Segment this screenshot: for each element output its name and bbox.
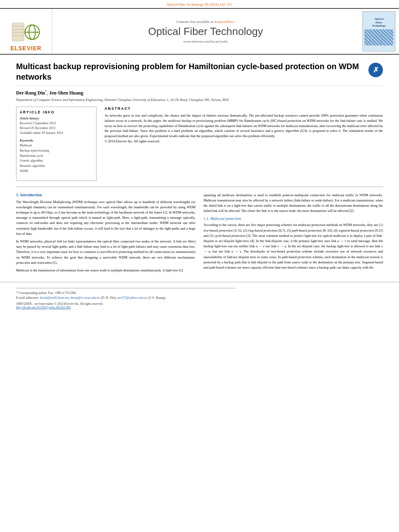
body-right-col: spanning all multicast destinations is u… <box>204 193 383 275</box>
issn-line: 1068-5200/$ – see front matter © 2014 El… <box>16 302 103 306</box>
article-info-box: ARTICLE INFO Article history: Received 2… <box>16 107 97 181</box>
keyword-2: Backup reprovisioning <box>20 148 93 154</box>
subsection-1-1: 1.1. Multicast protection <box>204 217 383 221</box>
svg-rect-1 <box>12 23 24 41</box>
article-title-section: Multicast backup reprovisioning problem … <box>16 61 383 86</box>
footnote-corresponding: * Corresponding author. Fax: +886 4 7211… <box>16 291 383 296</box>
authors-line: Der-Rong Din*, Jen-Shen Huang <box>16 90 383 96</box>
abstract-col: ABSTRACT As networks grow in size and co… <box>105 107 383 181</box>
journal-main-title: Optical Fiber Technology <box>148 25 263 38</box>
footer-bottom: 1068-5200/$ – see front matter © 2014 El… <box>16 302 383 309</box>
doi-link[interactable]: http://dx.doi.org/10.1016/j.yofte.2014.0… <box>16 306 71 309</box>
email-author2: (J.-S. Huang). <box>147 296 166 300</box>
cover-pattern <box>364 29 393 45</box>
article-info-col: ARTICLE INFO Article history: Received 2… <box>16 107 97 181</box>
abstract-copyright: © 2014 Elsevier Inc. All rights reserved… <box>105 139 160 143</box>
history-subsection: Article history: Received 2 September 20… <box>20 117 93 136</box>
revised-date: Revised 26 December 2013 <box>20 126 93 131</box>
journal-cover-image: OpticalFiberTechnology <box>362 11 395 51</box>
sciencedirect-line: Contents lists available at ScienceDirec… <box>177 20 235 24</box>
keyword-list: Multicast Backup reprovisioning Hamilton… <box>20 143 93 174</box>
email-label: E-mail addresses: <box>16 296 40 300</box>
available-date: Available online 29 January 2014 <box>20 131 93 136</box>
affiliation: Department of Computer Science and Infor… <box>16 98 383 102</box>
footer-divider <box>16 288 236 288</box>
elsevier-label: ELSEVIER <box>10 45 41 51</box>
keywords-label: Keywords: <box>20 139 93 142</box>
email-link-1[interactable]: deron@ms45.hinet.net <box>40 296 69 300</box>
author1-name: Der-Rong Din <box>16 90 45 96</box>
crossmark-icon: ✗ <box>368 63 383 77</box>
email-author1: (D.-R. Din), <box>100 296 117 300</box>
history-label: Article history: <box>20 117 93 120</box>
author1-sup: * <box>45 90 47 93</box>
body-left-col: 1. Introduction The Wavelength Division … <box>16 193 195 275</box>
journal-header: ELSEVIER Contents lists available at Sci… <box>0 8 399 55</box>
article-info-title: ARTICLE INFO <box>20 110 93 114</box>
intro-para1: The Wavelength Division Multiplexing (WD… <box>16 199 195 236</box>
cover-title: OpticalFiberTechnology <box>372 17 386 27</box>
article-container: Multicast backup reprovisioning problem … <box>0 55 399 282</box>
intro-heading: 1. Introduction <box>16 193 195 197</box>
journal-cover-area: OpticalFiberTechnology <box>359 9 399 54</box>
journal-topbar: Optical Fiber Technology 20 (2014) 142–1… <box>0 0 399 8</box>
issn-info: 1068-5200/$ – see front matter © 2014 El… <box>16 302 103 309</box>
keyword-3: Hamiltonian cycle <box>20 154 93 159</box>
right-para1: spanning all multicast destinations is u… <box>204 193 383 214</box>
abstract-title: ABSTRACT <box>105 107 383 111</box>
keyword-6: WDM <box>20 169 93 174</box>
abstract-italic-2: generic algorithm (GA) <box>274 129 307 133</box>
author2-name: Jen-Shen Huang <box>49 90 83 96</box>
journal-title-area: Contents lists available at ScienceDirec… <box>52 9 359 54</box>
keywords-subsection: Keywords: Multicast Backup reprovisionin… <box>20 139 93 174</box>
keyword-5: Heuristic algorithm <box>20 164 93 169</box>
publisher-logo-area: ELSEVIER <box>0 9 52 54</box>
elsevier-logo: ELSEVIER <box>10 22 42 51</box>
footer-area: * Corresponding author. Fax: +886 4 7211… <box>0 282 399 312</box>
article-info-abstract-section: ARTICLE INFO Article history: Received 2… <box>16 107 383 181</box>
email-link-2[interactable]: deron@cc.ncue.edu.tw <box>70 296 100 300</box>
body-two-col: 1. Introduction The Wavelength Division … <box>16 193 383 275</box>
article-title: Multicast backup reprovisioning problem … <box>16 61 364 82</box>
intro-para2: In WDM networks, physical link (or link)… <box>16 239 195 265</box>
intro-para3: Multicast is the transmission of informa… <box>16 268 195 273</box>
section-divider <box>16 187 383 187</box>
keyword-4: Genetic algorithm <box>20 158 93 164</box>
journal-url: www.elsevier.com/locate/yofte <box>183 39 228 43</box>
email-link-3[interactable]: azr157@yahoo.com.tw <box>117 296 147 300</box>
right-para2: According to the survey, there are five … <box>204 222 383 270</box>
abstract-text: As networks grow in size and complexity,… <box>105 113 383 144</box>
keyword-1: Multicast <box>20 143 93 148</box>
abstract-italic-1: multicast backup re-provisioning problem… <box>168 119 238 123</box>
sciencedirect-link[interactable]: ScienceDirect <box>214 20 234 24</box>
crossmark-badge: ✗ <box>368 63 383 77</box>
footnote-emails: E-mail addresses: deron@ms45.hinet.net, … <box>16 296 383 300</box>
journal-citation: Optical Fiber Technology 20 (2014) 142–1… <box>167 2 232 6</box>
received-date: Received 2 September 2013 <box>20 121 93 126</box>
